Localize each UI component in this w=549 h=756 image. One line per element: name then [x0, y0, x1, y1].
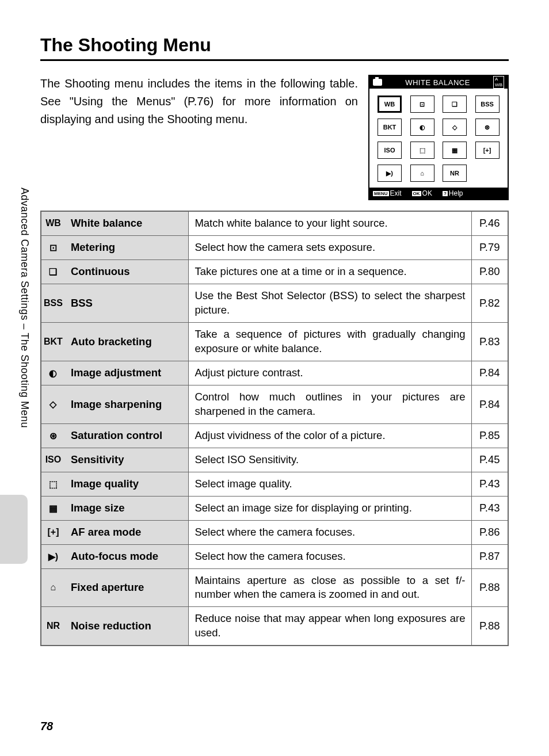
- table-row: ◐Image adjustmentAdjust picture contrast…: [41, 361, 508, 385]
- screenshot-menu-item: ⬚: [410, 142, 434, 159]
- screenshot-menu-item: ▦: [443, 142, 467, 159]
- menu-item-page: P.84: [471, 361, 508, 385]
- menu-item-icon: WB: [41, 211, 65, 235]
- menu-item-page: P.86: [471, 520, 508, 544]
- menu-item-name: Continuous: [65, 259, 189, 284]
- menu-item-description: Control how much outlines in your pictur…: [189, 385, 471, 423]
- screenshot-menu-item: [475, 165, 500, 182]
- table-row: ISOSensitivitySelect ISO Sensitivity.P.4…: [41, 448, 508, 472]
- menu-item-name: AF area mode: [65, 520, 189, 544]
- menu-item-icon: ⊡: [41, 235, 65, 259]
- screenshot-menu-item: ⊡: [410, 96, 434, 113]
- menu-item-description: Select ISO Sensitivity.: [189, 448, 471, 472]
- menu-item-page: P.43: [471, 496, 508, 520]
- footer-exit: MENUExit: [373, 189, 402, 197]
- table-row: ⊡MeteringSelect how the camera sets expo…: [41, 235, 508, 259]
- menu-item-name: Noise reduction: [65, 607, 189, 646]
- menu-item-name: BSS: [65, 284, 189, 322]
- table-row: ⊛Saturation controlAdjust vividness of t…: [41, 423, 508, 448]
- menu-item-name: White balance: [65, 211, 189, 235]
- screenshot-menu-item: ◐: [410, 119, 434, 136]
- menu-item-description: Select image quality.: [189, 472, 471, 496]
- sidebar-tab: [0, 495, 28, 564]
- menu-item-description: Reduce noise that may appear when long e…: [189, 607, 471, 646]
- menu-item-icon: [+]: [41, 520, 65, 544]
- menu-item-name: Sensitivity: [65, 448, 189, 472]
- menu-item-page: P.80: [471, 259, 508, 284]
- camera-icon: [373, 79, 382, 86]
- menu-item-icon: ISO: [41, 448, 65, 472]
- screenshot-menu-item: BKT: [378, 119, 402, 136]
- menu-item-icon: ❏: [41, 259, 65, 284]
- wb-mode-icon: AWB: [493, 76, 504, 89]
- screenshot-footer: MENUExit OKOK ?Help: [369, 188, 508, 199]
- menu-item-icon: ⌂: [41, 568, 65, 607]
- table-row: BKTAuto bracketingTake a sequence of pic…: [41, 322, 508, 361]
- menu-item-description: Use the Best Shot Selector (BSS) to sele…: [189, 284, 471, 322]
- menu-item-description: Select an image size for displaying or p…: [189, 496, 471, 520]
- screenshot-menu-item: NR: [443, 165, 467, 182]
- menu-item-name: Saturation control: [65, 423, 189, 448]
- table-row: ▶)Auto-focus modeSelect how the camera f…: [41, 544, 508, 568]
- table-row: BSSBSSUse the Best Shot Selector (BSS) t…: [41, 284, 508, 322]
- menu-item-icon: ⬚: [41, 472, 65, 496]
- menu-item-description: Take pictures one at a time or in a sequ…: [189, 259, 471, 284]
- menu-item-page: P.46: [471, 211, 508, 235]
- menu-item-page: P.85: [471, 423, 508, 448]
- table-row: ◇Image sharpeningControl how much outlin…: [41, 385, 508, 423]
- shooting-menu-table: WBWhite balanceMatch white balance to yo…: [40, 211, 509, 646]
- menu-item-name: Auto bracketing: [65, 322, 189, 361]
- screenshot-menu-item: BSS: [475, 96, 500, 113]
- menu-item-page: P.79: [471, 235, 508, 259]
- menu-item-name: Image sharpening: [65, 385, 189, 423]
- page-title: The Shooting Menu: [40, 35, 509, 61]
- menu-item-page: P.84: [471, 385, 508, 423]
- screenshot-menu-item: ◇: [443, 119, 467, 136]
- menu-item-name: Auto-focus mode: [65, 544, 189, 568]
- menu-item-description: Select how the camera sets exposure.: [189, 235, 471, 259]
- screenshot-menu-item: ⊛: [475, 119, 500, 136]
- menu-item-description: Adjust vividness of the color of a pictu…: [189, 423, 471, 448]
- screenshot-menu-item: ❏: [443, 96, 467, 113]
- table-row: ❏ContinuousTake pictures one at a time o…: [41, 259, 508, 284]
- menu-item-icon: ▦: [41, 496, 65, 520]
- table-row: [+]AF area modeSelect where the camera f…: [41, 520, 508, 544]
- menu-item-icon: ◐: [41, 361, 65, 385]
- footer-help: ?Help: [443, 189, 463, 197]
- menu-item-description: Adjust picture contrast.: [189, 361, 471, 385]
- table-row: ▦Image sizeSelect an image size for disp…: [41, 496, 508, 520]
- menu-item-page: P.82: [471, 284, 508, 322]
- table-row: WBWhite balanceMatch white balance to yo…: [41, 211, 508, 235]
- footer-ok: OKOK: [412, 189, 432, 197]
- menu-item-page: P.83: [471, 322, 508, 361]
- menu-item-name: Metering: [65, 235, 189, 259]
- menu-item-page: P.87: [471, 544, 508, 568]
- screenshot-title: WHITE BALANCE: [405, 78, 470, 87]
- menu-item-icon: BKT: [41, 322, 65, 361]
- menu-item-icon: ⊛: [41, 423, 65, 448]
- table-row: ⌂Fixed apertureMaintains aperture as clo…: [41, 568, 508, 607]
- menu-item-icon: NR: [41, 607, 65, 646]
- menu-screenshot: WHITE BALANCE AWB WB⊡❏BSSBKT◐◇⊛ISO⬚▦[+]▶…: [368, 75, 509, 200]
- sidebar-label: Advanced Camera Settings – The Shooting …: [18, 188, 30, 428]
- menu-item-icon: BSS: [41, 284, 65, 322]
- screenshot-menu-item: ▶): [378, 165, 402, 182]
- menu-item-description: Take a sequence of pictures with gradual…: [189, 322, 471, 361]
- menu-item-icon: ▶): [41, 544, 65, 568]
- menu-item-name: Image quality: [65, 472, 189, 496]
- menu-item-description: Select where the camera focuses.: [189, 520, 471, 544]
- screenshot-menu-item: ⌂: [410, 165, 434, 182]
- menu-item-description: Maintains aperture as close as possible …: [189, 568, 471, 607]
- screenshot-menu-item: ISO: [378, 142, 402, 159]
- menu-item-description: Select how the camera focuses.: [189, 544, 471, 568]
- table-row: ⬚Image qualitySelect image quality.P.43: [41, 472, 508, 496]
- menu-item-name: Fixed aperture: [65, 568, 189, 607]
- table-row: NRNoise reductionReduce noise that may a…: [41, 607, 508, 646]
- menu-item-page: P.88: [471, 607, 508, 646]
- menu-item-name: Image size: [65, 496, 189, 520]
- screenshot-menu-item: [+]: [475, 142, 500, 159]
- page-number: 78: [40, 720, 53, 733]
- menu-item-page: P.45: [471, 448, 508, 472]
- screenshot-menu-item: WB: [378, 96, 402, 113]
- screenshot-header: WHITE BALANCE AWB: [369, 76, 508, 89]
